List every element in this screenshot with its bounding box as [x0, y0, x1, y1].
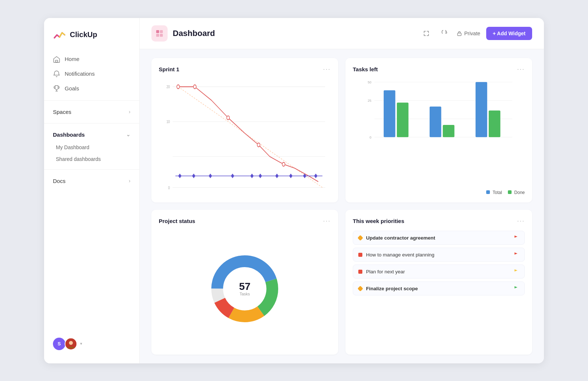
priority-item-4: Finalize project scope [353, 281, 525, 295]
svg-rect-39 [384, 90, 395, 137]
logo-text: ClickUp [70, 30, 97, 39]
shared-dashboards-label: Shared dashboards [56, 156, 101, 162]
svg-point-17 [193, 85, 196, 89]
dashboard-grid-icon [155, 29, 164, 38]
svg-rect-41 [430, 107, 441, 137]
svg-marker-23 [192, 173, 196, 178]
priority-text-1: Update contractor agreement [366, 235, 510, 241]
sidebar-item-shared-dashboards[interactable]: Shared dashboards [44, 153, 139, 165]
docs-label: Docs [53, 178, 65, 184]
user-photo-icon [65, 338, 76, 350]
app-container: ClickUp Home Notifications Goals [44, 18, 544, 363]
private-button[interactable]: Private [457, 30, 480, 36]
dashboard-grid: Sprint 1 ··· 20 10 0 [140, 49, 544, 363]
home-icon [53, 55, 60, 63]
priority-item-2: How to manage event planning [353, 248, 525, 262]
legend-done: Done [508, 190, 525, 195]
svg-point-16 [177, 85, 180, 89]
svg-rect-0 [55, 60, 58, 62]
flag-icon-1 [513, 235, 519, 241]
priority-dot-4 [358, 285, 363, 291]
donut-label: Tasks [239, 292, 250, 296]
bar-chart-area: 50 25 0 [353, 79, 525, 187]
sidebar-section-docs[interactable]: Docs › [44, 174, 139, 188]
svg-rect-43 [476, 82, 487, 137]
avatar-j[interactable] [65, 338, 77, 350]
add-widget-button[interactable]: + Add Widget [486, 27, 532, 40]
widget-project-status-menu[interactable]: ··· [323, 217, 331, 225]
svg-text:50: 50 [368, 80, 371, 84]
svg-marker-24 [209, 173, 212, 178]
sidebar: ClickUp Home Notifications Goals [44, 18, 140, 363]
widget-project-status-header: Project status ··· [159, 217, 331, 225]
widget-tasks-left-title: Tasks left [353, 66, 378, 72]
svg-marker-22 [178, 173, 182, 178]
priority-dot-1 [358, 235, 363, 241]
priority-text-3: Plan for next year [366, 269, 510, 274]
my-dashboard-label: My Dashboard [56, 144, 89, 150]
sidebar-section-dashboards[interactable]: Dashboards ⌄ [44, 128, 139, 141]
svg-text:0: 0 [370, 135, 372, 139]
svg-point-19 [257, 143, 260, 147]
widget-priorities-header: This week priorities ··· [353, 217, 525, 225]
sidebar-item-goals[interactable]: Goals [44, 81, 139, 96]
flag-icon-3 [513, 269, 519, 274]
widget-sprint: Sprint 1 ··· 20 10 0 [151, 58, 338, 203]
widget-sprint-title: Sprint 1 [159, 66, 179, 72]
expand-icon [423, 30, 430, 37]
widget-sprint-header: Sprint 1 ··· [159, 65, 331, 73]
svg-point-18 [227, 116, 230, 120]
sidebar-item-my-dashboard[interactable]: My Dashboard [44, 141, 139, 153]
svg-line-15 [178, 87, 323, 187]
nav-divider-3 [44, 169, 139, 170]
widget-tasks-left-menu[interactable]: ··· [517, 65, 525, 73]
widget-project-status: Project status ··· [151, 210, 338, 355]
priority-text-4: Finalize project scope [366, 286, 510, 291]
trophy-icon [53, 85, 60, 92]
svg-text:10: 10 [166, 119, 170, 124]
svg-rect-42 [443, 125, 455, 137]
donut-area: 57 Tasks [159, 231, 331, 347]
private-label: Private [464, 30, 480, 36]
docs-chevron-icon: › [129, 178, 130, 184]
dashboards-chevron-icon: ⌄ [126, 132, 130, 137]
widget-sprint-menu[interactable]: ··· [323, 65, 331, 73]
widget-priorities-menu[interactable]: ··· [517, 217, 525, 225]
svg-rect-4 [160, 30, 163, 33]
bell-icon [53, 70, 60, 78]
priority-dot-3 [358, 270, 362, 274]
legend-total-dot [486, 190, 490, 194]
sprint-svg: 20 10 0 [159, 79, 331, 195]
sidebar-item-home[interactable]: Home [44, 52, 139, 67]
widget-priorities: This week priorities ··· Update contract… [345, 210, 532, 355]
widget-priorities-title: This week priorities [353, 218, 404, 224]
legend-done-dot [508, 190, 512, 194]
nav-divider-1 [44, 100, 139, 101]
dashboard-icon-bg [151, 25, 168, 42]
flag-icon-2 [513, 252, 519, 258]
svg-rect-6 [160, 34, 163, 37]
header: Dashboard Private [140, 18, 544, 49]
logo: ClickUp [44, 28, 139, 52]
user-menu-arrow[interactable]: ▾ [80, 341, 82, 346]
priority-item-3: Plan for next year [353, 265, 525, 278]
nav-divider-2 [44, 123, 139, 123]
spaces-chevron-icon: › [129, 109, 130, 115]
avatar-s[interactable]: S [53, 338, 65, 350]
widget-project-status-title: Project status [159, 218, 195, 224]
svg-text:20: 20 [166, 84, 170, 89]
sidebar-section-spaces[interactable]: Spaces › [44, 105, 139, 119]
refresh-button[interactable] [438, 27, 451, 40]
sidebar-bottom: S ▾ [44, 332, 139, 356]
spaces-label: Spaces [53, 109, 71, 115]
sidebar-item-notifications[interactable]: Notifications [44, 67, 139, 81]
priority-list: Update contractor agreement How to manag… [353, 231, 525, 347]
svg-marker-25 [231, 173, 234, 178]
avatar-s-initials: S [58, 341, 61, 346]
widget-tasks-left-header: Tasks left ··· [353, 65, 525, 73]
svg-point-20 [282, 162, 285, 166]
widget-tasks-left: Tasks left ··· 50 25 0 [345, 58, 532, 203]
expand-button[interactable] [420, 27, 433, 40]
sprint-chart-area: 20 10 0 [159, 79, 331, 195]
lock-icon [457, 31, 462, 36]
